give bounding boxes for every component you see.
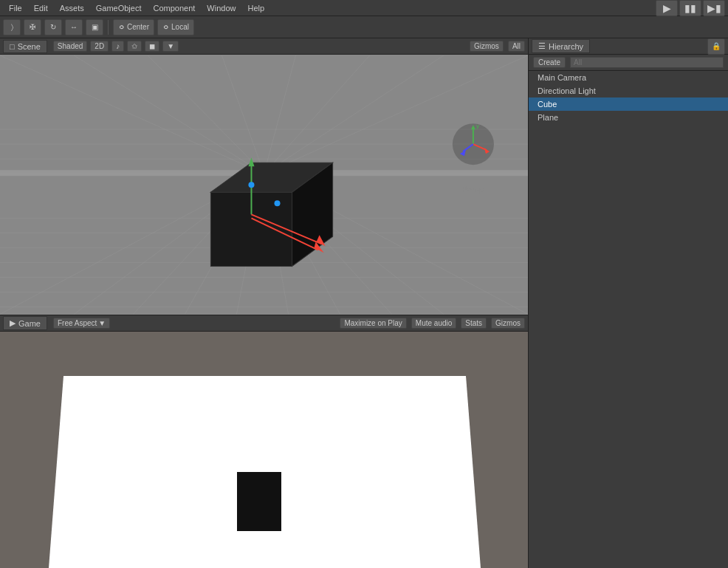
game-canvas[interactable] bbox=[0, 332, 528, 568]
scene-tab-bar: □ Scene Shaded 2D ♪ ✩ ◼ ▼ Gizmos All bbox=[0, 38, 528, 55]
shaded-dropdown[interactable]: Shaded bbox=[53, 41, 87, 52]
scene-controls: Shaded 2D ♪ ✩ ◼ ▼ bbox=[53, 41, 179, 52]
gizmos-button[interactable]: Gizmos bbox=[470, 41, 504, 52]
menu-component[interactable]: Component bbox=[147, 2, 201, 14]
scene-right-controls: Gizmos All bbox=[470, 41, 525, 52]
menu-window[interactable]: Window bbox=[201, 2, 241, 14]
menu-file[interactable]: File bbox=[3, 2, 28, 14]
svg-marker-53 bbox=[49, 376, 481, 568]
center-icon: ⭘ bbox=[118, 23, 126, 31]
rect-tool[interactable]: ▣ bbox=[86, 19, 103, 35]
local-button[interactable]: ⭘ Local bbox=[157, 19, 194, 35]
hierarchy-tab[interactable]: ☰ Hierarchy bbox=[532, 39, 590, 53]
game-view: ▶ Game Free Aspect ▼ Maximize on Play Mu… bbox=[0, 315, 528, 568]
hierarchy-tab-right: 🔒 bbox=[707, 38, 725, 55]
hierarchy-item-main-camera[interactable]: Main Camera bbox=[529, 71, 728, 84]
hand-tool[interactable]: 〉 bbox=[3, 19, 21, 35]
scene-tab-icon: □ bbox=[10, 42, 15, 51]
svg-rect-54 bbox=[237, 472, 281, 531]
scene-tab[interactable]: □ Scene bbox=[3, 40, 47, 53]
game-right-controls: Maximize on Play Mute audio Stats Gizmos bbox=[340, 318, 525, 329]
scene-cam-button[interactable]: ◼ bbox=[145, 41, 159, 52]
main-layout: □ Scene Shaded 2D ♪ ✩ ◼ ▼ Gizmos All bbox=[0, 38, 728, 568]
hierarchy-item-directional-light[interactable]: Directional Light bbox=[529, 84, 728, 97]
hierarchy-lock-button[interactable]: 🔒 bbox=[707, 38, 725, 55]
rotate-tool[interactable]: ↻ bbox=[44, 19, 62, 35]
fx-button[interactable]: ✩ bbox=[127, 41, 142, 52]
menu-help[interactable]: Help bbox=[241, 2, 270, 14]
hierarchy-search-input[interactable] bbox=[570, 57, 724, 68]
play-button[interactable]: ▶ bbox=[656, 0, 678, 16]
game-gizmos-button[interactable]: Gizmos bbox=[491, 318, 525, 329]
2d-button[interactable]: 2D bbox=[90, 41, 109, 52]
chevron-down-icon: ▼ bbox=[98, 319, 106, 327]
scale-tool[interactable]: ↔ bbox=[65, 19, 83, 35]
step-button[interactable]: ▶▮ bbox=[703, 0, 725, 16]
scene-view: □ Scene Shaded 2D ♪ ✩ ◼ ▼ Gizmos All bbox=[0, 38, 528, 315]
menu-bar: File Edit Assets GameObject Component Wi… bbox=[0, 0, 728, 16]
hierarchy-tab-icon: ☰ bbox=[538, 41, 546, 51]
hierarchy-panel: ☰ Hierarchy 🔒 Create Main CameraDirectio… bbox=[529, 38, 728, 568]
aspect-dropdown[interactable]: Free Aspect ▼ bbox=[53, 318, 110, 329]
scene-3d-view: y Persp bbox=[0, 55, 528, 315]
game-3d-view bbox=[1, 332, 528, 568]
svg-point-40 bbox=[275, 200, 281, 206]
local-icon: ⭘ bbox=[162, 23, 170, 31]
game-tab-icon: ▶ bbox=[10, 318, 16, 328]
mute-audio-button[interactable]: Mute audio bbox=[411, 318, 456, 329]
hierarchy-item-cube[interactable]: Cube bbox=[529, 97, 728, 111]
center-button[interactable]: ⭘ Center bbox=[113, 19, 154, 35]
svg-text:Persp: Persp bbox=[462, 185, 484, 194]
toolbar: 〉 ✠ ↻ ↔ ▣ ⭘ Center ⭘ Local bbox=[0, 16, 728, 38]
create-button[interactable]: Create bbox=[533, 57, 566, 68]
stats-button[interactable]: Stats bbox=[461, 318, 487, 329]
left-panel: □ Scene Shaded 2D ♪ ✩ ◼ ▼ Gizmos All bbox=[0, 38, 529, 568]
audio-button[interactable]: ♪ bbox=[111, 41, 124, 52]
game-tab[interactable]: ▶ Game bbox=[3, 316, 47, 330]
game-aspect-control: Free Aspect ▼ bbox=[53, 318, 110, 329]
menu-assets[interactable]: Assets bbox=[54, 2, 90, 14]
svg-text:y: y bbox=[476, 123, 479, 129]
maximize-on-play-button[interactable]: Maximize on Play bbox=[340, 318, 406, 329]
scene-settings-button[interactable]: ▼ bbox=[162, 41, 179, 52]
toolbar-separator-1 bbox=[108, 20, 109, 35]
hierarchy-list: Main CameraDirectional LightCubePlane bbox=[529, 71, 728, 568]
all-button[interactable]: All bbox=[508, 41, 525, 52]
scene-canvas[interactable]: y Persp bbox=[0, 55, 528, 315]
hierarchy-item-plane[interactable]: Plane bbox=[529, 111, 728, 124]
hierarchy-tab-bar: ☰ Hierarchy 🔒 bbox=[529, 38, 728, 55]
pause-button[interactable]: ▮▮ bbox=[679, 0, 701, 16]
hierarchy-search-bar: Create bbox=[529, 55, 728, 71]
menu-gameobject[interactable]: GameObject bbox=[90, 2, 148, 14]
move-tool[interactable]: ✠ bbox=[24, 19, 41, 35]
game-tab-bar: ▶ Game Free Aspect ▼ Maximize on Play Mu… bbox=[0, 315, 528, 332]
menu-edit[interactable]: Edit bbox=[28, 2, 54, 14]
svg-point-39 bbox=[248, 182, 254, 188]
play-controls: ▶ ▮▮ ▶▮ bbox=[656, 0, 725, 16]
